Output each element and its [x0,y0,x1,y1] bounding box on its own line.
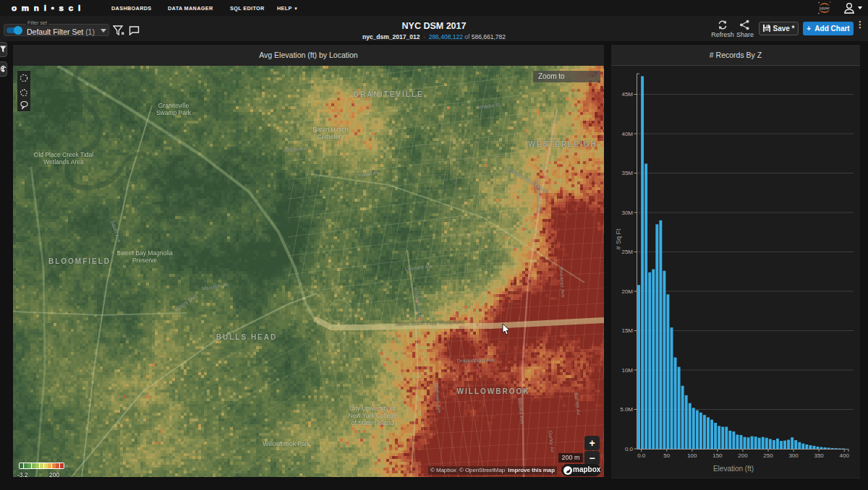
svg-text:0.0: 0.0 [625,446,634,452]
svg-text:30M: 30M [621,210,633,216]
svg-text:# Sq Ft: # Sq Ft [615,228,622,250]
svg-text:50: 50 [663,452,670,459]
svg-text:5.0M: 5.0M [620,406,633,413]
svg-text:100: 100 [687,452,697,459]
svg-text:20M: 20M [621,288,633,295]
svg-text:350: 350 [814,452,824,459]
svg-text:0.0: 0.0 [637,452,646,459]
svg-text:150: 150 [712,452,723,459]
svg-text:250: 250 [763,452,773,459]
svg-text:35M: 35M [621,170,633,176]
svg-text:10M: 10M [621,367,633,374]
svg-text:jupyter: jupyter [819,7,830,10]
svg-text:15M: 15M [621,327,633,334]
svg-text:200: 200 [738,452,748,459]
svg-text:400: 400 [840,452,850,459]
svg-text:45M: 45M [621,91,633,98]
svg-text:300: 300 [788,452,799,459]
svg-text:40M: 40M [621,131,633,137]
svg-text:25M: 25M [621,249,633,255]
svg-text:Elevation (ft): Elevation (ft) [713,465,754,473]
